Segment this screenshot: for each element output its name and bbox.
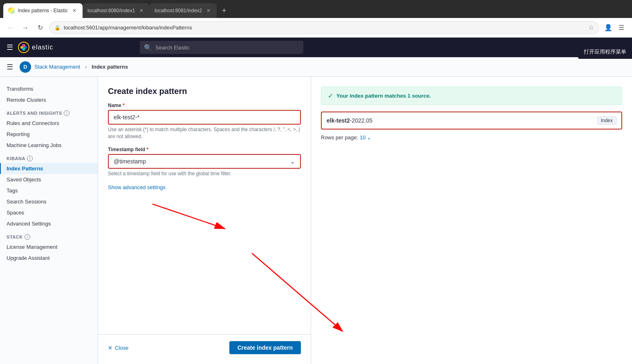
- sidebar-section-kibana-title: Kibana: [7, 156, 25, 161]
- rows-per-page: Rows per page: 10 ⌄: [321, 134, 622, 141]
- match-notice: ✓ Your index pattern matches 1 source.: [321, 87, 622, 105]
- stack-info-icon: i: [25, 234, 30, 240]
- address-bar[interactable]: 🔒 localhost:5601/app/management/kibana/i…: [49, 21, 599, 34]
- rows-label: Rows per page:: [321, 134, 358, 141]
- source-row: elk-test2-2022.05 Index: [321, 112, 622, 130]
- source-name: elk-test2-2022.05: [327, 117, 372, 124]
- sidebar-item-reporting[interactable]: Reporting: [0, 129, 98, 140]
- timestamp-field[interactable]: ⌄: [108, 154, 301, 169]
- timestamp-chevron-icon[interactable]: ⌄: [290, 158, 295, 165]
- sidebar-item-tags[interactable]: Tags: [0, 185, 98, 196]
- sidebar-item-ml-jobs[interactable]: Machine Learning Jobs: [0, 140, 98, 151]
- breadcrumb-bar: ☰ D Stack Management › Index patterns: [0, 57, 632, 77]
- sidebar: Transforms Remote Clusters Alerts and In…: [0, 77, 98, 364]
- name-input[interactable]: [108, 110, 301, 125]
- rows-dropdown[interactable]: 10 ⌄: [360, 134, 371, 141]
- breadcrumb-separator: ›: [85, 64, 87, 70]
- name-form-group: Name Use an asterisk (*) to match multip…: [108, 103, 301, 140]
- sidebar-item-transforms[interactable]: Transforms: [0, 83, 98, 94]
- menu-icon[interactable]: ☰: [616, 22, 627, 33]
- tab-label-1: localhost:8080/index1: [87, 8, 135, 13]
- app-menu-tooltip: 打开应用程序菜单: [578, 45, 632, 59]
- alerts-info-icon: i: [64, 110, 69, 116]
- sidebar-section-kibana: Kibana i: [0, 151, 98, 163]
- sidebar-item-rules[interactable]: Rules and Connectors: [0, 118, 98, 129]
- tab-close-2[interactable]: ✕: [205, 7, 212, 14]
- modal-footer: ✕ Close Create index pattern: [98, 334, 311, 364]
- reload-button[interactable]: ↻: [34, 22, 46, 33]
- checkmark-icon: ✓: [328, 92, 333, 100]
- rows-chevron-icon: ⌄: [367, 134, 371, 141]
- sidebar-item-upgrade[interactable]: Upgrade Assistant: [0, 252, 98, 264]
- sidebar-item-advanced-settings[interactable]: Advanced Settings: [0, 218, 98, 229]
- timestamp-hint: Select a timestamp field for use with th…: [108, 170, 301, 177]
- browser-tabs: Index patterns - Elastic ✕ localhost:808…: [0, 0, 632, 18]
- tab-index1[interactable]: localhost:8080/index1 ✕: [83, 3, 150, 18]
- create-index-pattern-modal: Create index pattern Name Use an asteris…: [98, 77, 311, 364]
- svg-point-4: [25, 46, 27, 49]
- nav-right-icons: 👤 ☰: [603, 22, 627, 33]
- source-name-suffix: -2022.05: [350, 117, 372, 124]
- hamburger-button[interactable]: ☰: [7, 43, 13, 52]
- kibana-info-icon: i: [27, 156, 33, 161]
- main-layout: Transforms Remote Clusters Alerts and In…: [0, 77, 632, 364]
- sidebar-item-index-patterns[interactable]: Index Patterns: [0, 163, 98, 174]
- tab-label-2: localhost:8081/index2: [155, 8, 202, 13]
- modal-title: Create index pattern: [108, 87, 301, 96]
- browser-nav: ← → ↻ 🔒 localhost:5601/app/management/ki…: [0, 18, 632, 38]
- bookmark-icon[interactable]: ☆: [588, 24, 594, 31]
- sidebar-item-spaces[interactable]: Spaces: [0, 207, 98, 218]
- sidebar-section-alerts: Alerts and Insights i: [0, 105, 98, 118]
- source-name-bold: elk-test2: [327, 117, 350, 124]
- browser-chrome: Index patterns - Elastic ✕ localhost:808…: [0, 0, 632, 38]
- modal-header: Create index pattern: [98, 77, 311, 103]
- sidebar-item-remote-clusters[interactable]: Remote Clusters: [0, 94, 98, 105]
- name-hint: Use an asterisk (*) to match multiple ch…: [108, 126, 301, 140]
- breadcrumb-current: Index patterns: [92, 64, 128, 70]
- tab-label: Index patterns - Elastic: [18, 8, 68, 13]
- profile-icon[interactable]: 👤: [603, 22, 614, 33]
- tab-favicon: [8, 7, 15, 14]
- sidebar-item-search-sessions[interactable]: Search Sessions: [0, 196, 98, 207]
- sidebar-item-license[interactable]: License Management: [0, 241, 98, 252]
- search-icon: 🔍: [144, 44, 152, 51]
- show-advanced-link[interactable]: Show advanced settings: [108, 184, 166, 190]
- sidebar-section-stack: Stack i: [0, 229, 98, 241]
- sidebar-item-saved-objects[interactable]: Saved Objects: [0, 174, 98, 185]
- tab-close-1[interactable]: ✕: [138, 7, 145, 14]
- search-bar[interactable]: 🔍: [140, 41, 303, 54]
- name-label: Name: [108, 103, 301, 108]
- close-label: Close: [115, 345, 128, 351]
- breadcrumb-stack-management[interactable]: Stack Management: [34, 64, 80, 70]
- match-notice-text: Your index pattern matches 1 source.: [336, 93, 431, 99]
- elastic-logo-text: elastic: [32, 44, 53, 51]
- address-text: localhost:5601/app/management/kibana/ind…: [64, 25, 585, 31]
- elastic-logo: elastic: [18, 42, 53, 53]
- forward-button[interactable]: →: [20, 22, 31, 33]
- tab-index-patterns[interactable]: Index patterns - Elastic ✕: [3, 3, 83, 18]
- sidebar-section-alerts-title: Alerts and Insights: [7, 111, 62, 116]
- user-avatar: D: [20, 61, 31, 73]
- modal-body: Name Use an asterisk (*) to match multip…: [98, 103, 311, 328]
- tab-close-0[interactable]: ✕: [71, 7, 78, 14]
- lock-icon: 🔒: [54, 25, 61, 31]
- elastic-logo-icon: [18, 42, 29, 53]
- create-index-pattern-button[interactable]: Create index pattern: [229, 341, 301, 354]
- content-area: Ind Create Elastic 🔍 S Pattern: [98, 77, 632, 364]
- tab-index2[interactable]: localhost:8081/index2 ✕: [150, 3, 217, 18]
- timestamp-input[interactable]: [114, 158, 290, 165]
- source-badge: Index: [597, 116, 616, 125]
- app-menu-button[interactable]: ☰: [7, 63, 13, 71]
- timestamp-form-group: Timestamp field ⌄ Select a timestamp fie…: [108, 147, 301, 177]
- sidebar-section-stack-title: Stack: [7, 234, 23, 239]
- right-panel: ✓ Your index pattern matches 1 source. e…: [311, 77, 632, 364]
- timestamp-label: Timestamp field: [108, 147, 301, 152]
- new-tab-button[interactable]: +: [218, 5, 230, 16]
- close-button[interactable]: ✕ Close: [108, 345, 128, 351]
- search-input[interactable]: [155, 45, 299, 51]
- app-header: ☰ elastic 🔍 打开应用程序菜单: [0, 38, 632, 57]
- rows-value: 10: [360, 134, 365, 141]
- back-button[interactable]: ←: [5, 22, 16, 33]
- svg-point-3: [20, 46, 23, 49]
- modal-overlay: Create index pattern Name Use an asteris…: [98, 77, 632, 364]
